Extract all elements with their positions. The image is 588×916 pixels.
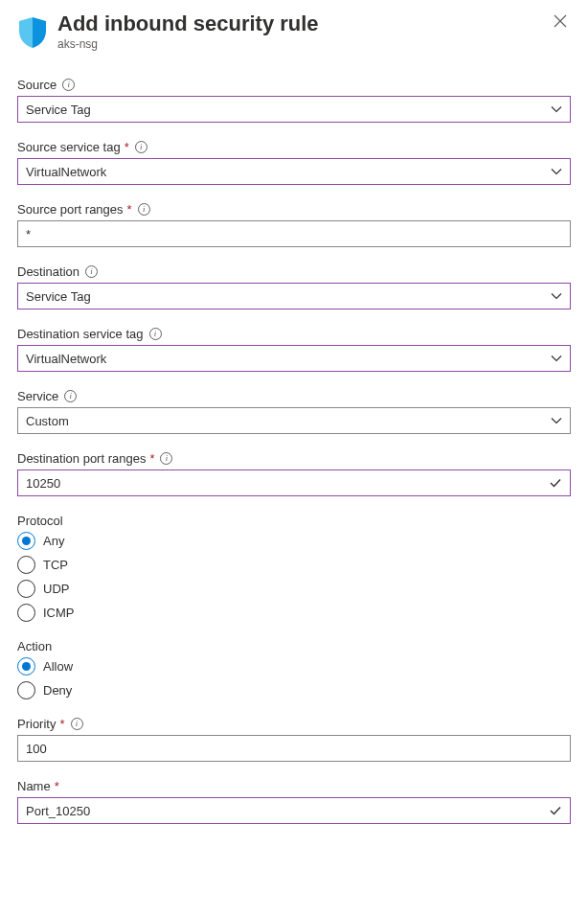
priority-label: Priority — [17, 717, 56, 731]
destination-select[interactable]: Service Tag — [17, 283, 571, 309]
radio-icon — [17, 681, 35, 699]
chevron-down-icon — [551, 290, 562, 302]
radio-label: TCP — [43, 558, 68, 572]
protocol-option-icmp[interactable]: ICMP — [17, 604, 571, 622]
protocol-option-any[interactable]: Any — [17, 532, 571, 550]
action-label: Action — [17, 639, 52, 653]
chevron-down-icon — [551, 166, 562, 177]
name-label: Name — [17, 779, 51, 793]
panel-title: Add inbound security rule — [57, 11, 550, 36]
source-port-ranges-input[interactable]: * — [17, 220, 571, 247]
source-service-tag-label: Source service tag — [17, 140, 121, 154]
field-action: Action Allow Deny — [17, 639, 571, 699]
destination-port-ranges-input[interactable]: 10250 — [17, 469, 571, 496]
source-port-ranges-label: Source port ranges — [17, 202, 124, 217]
info-icon[interactable]: i — [149, 328, 162, 340]
field-protocol: Protocol Any TCP UDP ICMP — [17, 514, 571, 622]
action-option-allow[interactable]: Allow — [17, 657, 571, 676]
field-destination-port-ranges: Destination port ranges * i 10250 — [17, 451, 571, 496]
info-icon[interactable]: i — [62, 79, 75, 91]
field-priority: Priority * i 100 — [17, 717, 571, 762]
info-icon[interactable]: i — [160, 452, 172, 465]
chevron-down-icon — [551, 353, 562, 364]
protocol-label: Protocol — [17, 514, 63, 528]
field-source-service-tag: Source service tag * i VirtualNetwork — [17, 140, 571, 185]
radio-icon — [17, 657, 35, 676]
name-input[interactable]: Port_10250 — [17, 797, 571, 824]
destination-label: Destination — [17, 264, 79, 279]
radio-icon — [17, 580, 35, 598]
radio-icon — [17, 604, 35, 622]
field-name: Name * Port_10250 — [17, 779, 571, 824]
field-destination: Destination i Service Tag — [17, 264, 571, 309]
info-icon[interactable]: i — [64, 390, 77, 402]
service-value: Custom — [26, 414, 69, 428]
destination-port-ranges-value: 10250 — [26, 476, 60, 491]
check-icon — [549, 804, 562, 817]
source-value: Service Tag — [26, 103, 91, 117]
destination-service-tag-value: VirtualNetwork — [26, 352, 106, 366]
chevron-down-icon — [551, 103, 562, 115]
radio-icon — [17, 532, 35, 550]
destination-value: Service Tag — [26, 289, 91, 304]
panel-subtitle: aks-nsg — [57, 37, 550, 51]
field-source: Source i Service Tag — [17, 78, 571, 123]
close-button[interactable] — [550, 11, 571, 33]
chevron-down-icon — [551, 415, 562, 426]
protocol-option-udp[interactable]: UDP — [17, 580, 571, 598]
check-icon — [549, 476, 562, 490]
field-destination-service-tag: Destination service tag i VirtualNetwork — [17, 327, 571, 372]
required-mark: * — [149, 451, 154, 466]
info-icon[interactable]: i — [138, 203, 150, 216]
destination-service-tag-label: Destination service tag — [17, 327, 144, 341]
destination-port-ranges-label: Destination port ranges — [17, 451, 146, 466]
radio-label: Allow — [43, 659, 73, 674]
panel-header: Add inbound security rule aks-nsg — [17, 11, 571, 51]
source-service-tag-value: VirtualNetwork — [26, 165, 106, 179]
source-service-tag-select[interactable]: VirtualNetwork — [17, 158, 571, 185]
radio-label: UDP — [43, 582, 69, 596]
service-label: Service — [17, 389, 58, 403]
shield-icon — [17, 15, 48, 50]
protocol-option-tcp[interactable]: TCP — [17, 556, 571, 574]
required-mark: * — [59, 717, 64, 731]
radio-label: Any — [43, 534, 64, 548]
radio-icon — [17, 556, 35, 574]
info-icon[interactable]: i — [85, 265, 98, 278]
priority-value: 100 — [26, 742, 47, 756]
service-select[interactable]: Custom — [17, 407, 571, 434]
action-radio-group: Allow Deny — [17, 657, 571, 699]
required-mark: * — [55, 779, 59, 793]
priority-input[interactable]: 100 — [17, 735, 571, 762]
action-option-deny[interactable]: Deny — [17, 681, 571, 699]
radio-label: Deny — [43, 683, 72, 698]
field-service: Service i Custom — [17, 389, 571, 434]
protocol-radio-group: Any TCP UDP ICMP — [17, 532, 571, 622]
required-mark: * — [127, 202, 132, 217]
radio-label: ICMP — [43, 606, 75, 620]
source-port-ranges-value: * — [26, 227, 31, 241]
name-value: Port_10250 — [26, 804, 90, 818]
required-mark: * — [124, 140, 129, 154]
source-label: Source — [17, 78, 57, 92]
field-source-port-ranges: Source port ranges * i * — [17, 202, 571, 247]
info-icon[interactable]: i — [71, 718, 83, 730]
destination-service-tag-select[interactable]: VirtualNetwork — [17, 345, 571, 372]
info-icon[interactable]: i — [135, 141, 147, 153]
source-select[interactable]: Service Tag — [17, 96, 571, 123]
